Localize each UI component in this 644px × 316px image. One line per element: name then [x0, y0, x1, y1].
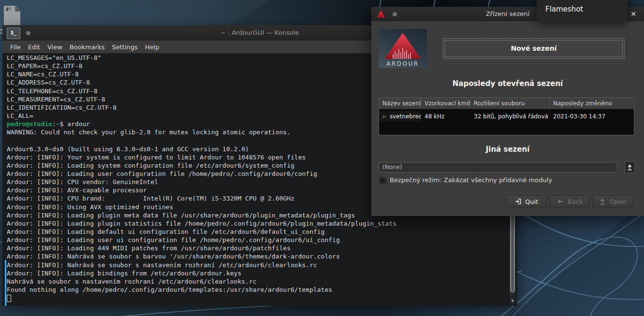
terminal-text-segment: Ardour: [INFO]: Nahrává se soubor s nast…	[7, 261, 317, 269]
new-session-button[interactable]: Nové sezení	[443, 38, 625, 59]
menu-item-view[interactable]: View	[47, 43, 62, 51]
table-row[interactable]: ▷svetnebreci548 kHz32 bitů, pohyblivá řá…	[379, 111, 634, 122]
terminal-text-segment: LC_ADDRESS=cs_CZ.UTF-8	[7, 79, 90, 86]
terminal-line: Ardour: [INFO]: Loading 449 MIDI patches…	[7, 244, 505, 253]
column-header[interactable]: Naposledy změněno	[550, 98, 634, 109]
terminal-text-segment: Ardour: [INFO]: Loading plugin statistic…	[7, 220, 396, 227]
terminal-text-segment: pedro@studio	[7, 120, 52, 128]
terminal-text-segment: WARNING: Could not check your glib-2.0 f…	[7, 129, 291, 136]
terminal-text-segment: Ardour: [INFO]: Loading system configura…	[7, 162, 294, 169]
terminal-text-segment: Ardour: [INFO]: Loading user ui configur…	[7, 236, 340, 244]
table-cell: 32 bitů, pohyblivá řádová čárka	[470, 111, 550, 122]
back-arrow-icon	[556, 198, 564, 205]
terminal-text-segment: LC_NAME=cs_CZ.UTF-8	[7, 71, 79, 78]
terminal-line	[7, 294, 505, 302]
terminal-line: Ardour: [INFO]: Loading plugin statistic…	[7, 220, 505, 228]
session-name: svetnebreci5	[390, 111, 421, 122]
safe-mode-label: Bezpečný režim: Zakázat všechny přídavné…	[390, 176, 552, 184]
table-cell: 48 kHz	[421, 111, 470, 122]
terminal-text-segment: Ardour: [INFO]: Using AVX optimized rout…	[7, 203, 173, 211]
terminal-text-segment: Ardour: [INFO]: CPU brand: Intel(R) Core…	[7, 195, 294, 202]
terminal-text-segment: Ardour: [INFO]: AVX-capable processor	[7, 187, 147, 194]
terminal-text-segment: Nahrává se soubor s nastavením rozhraní …	[7, 278, 257, 285]
open-button: Open	[593, 195, 632, 208]
open-upload-icon	[599, 198, 606, 205]
terminal-text-segment: LC_ALL=	[7, 112, 33, 119]
menu-item-file[interactable]: File	[10, 43, 21, 51]
terminal-line: Ardour: [INFO]: Loading bindings from /e…	[7, 270, 505, 278]
terminal-text-segment: LC_PAPER=cs_CZ.UTF-8	[7, 62, 83, 70]
recent-sessions-heading: Naposledy otevřená sezení	[371, 79, 644, 88]
terminal-line: Found nothing along /home/pedro/.config/…	[7, 286, 505, 294]
other-session-combo[interactable]: (None)	[379, 162, 617, 172]
terminal-text-segment: Ardour: [INFO]: Loading default ui confi…	[7, 228, 324, 235]
flameshot-tooltip-text: Flameshot	[545, 5, 583, 14]
menu-item-help[interactable]: Help	[145, 43, 160, 51]
terminal-text-segment: :	[52, 120, 56, 128]
shebang-glyph: #!	[6, 7, 12, 12]
terminal-text-segment: Ardour: [INFO]: Your system is configure…	[7, 154, 306, 161]
terminal-line: Nahrává se soubor s nastavením rozhraní …	[7, 278, 505, 286]
terminal-text-segment: Found nothing along /home/pedro/.config/…	[7, 286, 332, 293]
menu-item-bookmarks[interactable]: Bookmarks	[70, 43, 105, 51]
ardour-session-dialog: Zřízení sezení ✕ ARDOUR Nové sezení Napo…	[371, 7, 644, 216]
terminal-text-segment: Ardour: [INFO]: Loading plugin meta data…	[7, 212, 355, 219]
other-sessions-heading: Jiná sezení	[371, 145, 644, 154]
terminal-line: Ardour: [INFO]: Loading user ui configur…	[7, 236, 505, 244]
terminal-text-segment: Ardour: [INFO]: Loading user configurati…	[7, 170, 317, 177]
exit-icon	[514, 198, 522, 205]
flameshot-tooltip: Flameshot	[537, 0, 628, 22]
terminal-cursor	[7, 295, 11, 302]
terminal-text-segment: Ardour: [INFO]: Loading 449 MIDI patches…	[7, 244, 291, 252]
terminal-text-segment: Ardour: [INFO]: Nahrává se soubor s barv…	[7, 253, 340, 260]
back-button: Back	[549, 195, 590, 208]
terminal-text-segment: $ ardour	[60, 120, 90, 128]
terminal-line: Ardour: [INFO]: Loading default ui confi…	[7, 228, 505, 236]
quit-button-label: Quit	[525, 198, 538, 205]
desktop-script-file-icon[interactable]: #!	[4, 6, 20, 27]
safe-mode-checkbox[interactable]	[380, 177, 386, 184]
upload-icon	[626, 163, 633, 171]
terminal-text-segment: LC_MESSAGES="en_US.UTF-8"	[7, 54, 102, 61]
back-button-label: Back	[568, 198, 583, 205]
menu-item-edit[interactable]: Edit	[28, 43, 40, 51]
terminal-text-segment: Ardour: [INFO]: Loading bindings from /e…	[7, 270, 241, 277]
terminal-line: Ardour: [INFO]: Nahrává se soubor s nast…	[7, 261, 505, 270]
browse-file-button[interactable]	[625, 161, 635, 173]
column-header[interactable]: Název sezení⌄	[379, 98, 421, 109]
table-cell: 2021-03-30 14:37	[550, 111, 634, 122]
column-header[interactable]: Vzorkovací kmitočet	[421, 98, 470, 109]
terminal-text-segment: ~	[56, 120, 60, 128]
scrollbar-down-arrow-icon[interactable]: ▾	[510, 298, 515, 304]
terminal-text-segment: Ardour6.3.0~ds0 (built using 6.3.0~ds0-1…	[7, 145, 249, 153]
expander-icon[interactable]: ▷	[383, 111, 386, 122]
open-button-label: Open	[610, 198, 627, 205]
table-body: ▷svetnebreci548 kHz32 bitů, pohyblivá řá…	[379, 111, 634, 122]
recent-sessions-table[interactable]: Název sezení⌄Vzorkovací kmitočetRozlišen…	[379, 98, 634, 135]
quit-button[interactable]: Quit	[506, 195, 546, 208]
close-icon[interactable]: ✕	[629, 9, 638, 19]
terminal-text-segment: LC_MEASUREMENT=cs_CZ.UTF-8	[7, 96, 105, 103]
table-header: Název sezení⌄Vzorkovací kmitočetRozlišen…	[379, 98, 634, 109]
terminal-text-segment: LC_IDENTIFICATION=cs_CZ.UTF-8	[7, 104, 117, 111]
terminal-line: Ardour: [INFO]: Nahrává se soubor s barv…	[7, 253, 505, 261]
separator	[376, 191, 639, 192]
terminal-text-segment: LC_TELEPHONE=cs_CZ.UTF-8	[7, 87, 98, 95]
selection-indicator	[5, 260, 6, 306]
svg-text:ARDOUR: ARDOUR	[386, 60, 419, 67]
menu-item-settings[interactable]: Settings	[112, 43, 137, 51]
ardour-logo: ARDOUR	[379, 29, 427, 68]
terminal-text-segment: Ardour: [INFO]: CPU vendor: GenuineIntel	[7, 178, 158, 186]
column-header[interactable]: Rozlišení souboru	[470, 98, 550, 109]
table-cell: ▷svetnebreci5	[379, 111, 421, 122]
